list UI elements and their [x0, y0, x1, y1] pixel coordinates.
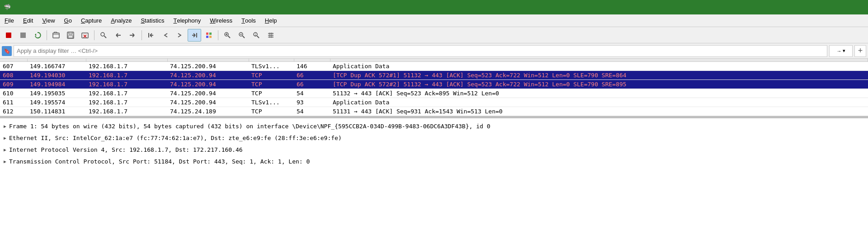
cell-time: 149.166747 — [27, 62, 86, 71]
cell-length: 66 — [294, 80, 330, 89]
menu-item-edit[interactable]: Edit — [19, 14, 38, 27]
toolbar-separator-3 — [142, 30, 142, 40]
cell-time: 149.194030 — [27, 71, 86, 80]
go-back-button[interactable] — [111, 29, 125, 42]
column-config-button[interactable] — [264, 29, 278, 42]
svg-rect-5 — [69, 32, 72, 34]
go-forward-button[interactable] — [126, 29, 139, 42]
cell-time: 150.114831 — [27, 107, 86, 116]
svg-line-23 — [243, 36, 245, 38]
col-source — [86, 59, 167, 62]
col-no — [0, 59, 27, 62]
detail-line[interactable]: ▶Internet Protocol Version 4, Src: 192.1… — [4, 144, 864, 155]
cell-info: 51131 → 443 [ACK] Seq=931 Ack=1543 Win=5… — [330, 107, 868, 116]
menu-item-statistics[interactable]: Statistics — [136, 14, 169, 27]
cell-no: 611 — [0, 98, 27, 107]
table-row[interactable]: 608149.194030192.168.1.774.125.200.94TCP… — [0, 71, 868, 80]
close-file-button[interactable] — [78, 29, 92, 42]
cell-info: 51132 → 443 [ACK] Seq=523 Ack=895 Win=51… — [330, 89, 868, 98]
cell-source: 192.168.1.7 — [86, 80, 167, 89]
svg-rect-16 — [206, 36, 208, 38]
col-destination — [167, 59, 249, 62]
main-area: 607149.166747192.168.1.774.125.200.94TLS… — [0, 59, 868, 229]
table-row[interactable]: 607149.166747192.168.1.774.125.200.94TLS… — [0, 62, 868, 71]
menu-item-capture[interactable]: Capture — [76, 14, 106, 27]
filter-apply-button[interactable]: → ▾ — [829, 45, 853, 57]
cell-source: 192.168.1.7 — [86, 71, 167, 80]
expand-arrow-icon: ▶ — [4, 136, 6, 140]
svg-rect-0 — [6, 33, 11, 38]
expand-arrow-icon: ▶ — [4, 124, 6, 129]
display-filter-input[interactable] — [14, 45, 827, 57]
menu-item-telephony[interactable]: Telephony — [169, 14, 205, 27]
find-packet-button[interactable] — [97, 29, 110, 42]
zoom-out-button[interactable] — [235, 29, 249, 42]
add-filter-button[interactable]: + — [854, 45, 866, 57]
menu-item-tools[interactable]: Tools — [237, 14, 260, 27]
table-row[interactable]: 612150.114831192.168.1.774.125.24.189TCP… — [0, 107, 868, 116]
table-row[interactable]: 609149.194984192.168.1.774.125.200.94TCP… — [0, 80, 868, 89]
cell-time: 149.195574 — [27, 98, 86, 107]
menu-item-go[interactable]: Go — [60, 14, 76, 27]
detail-line-text: Ethernet II, Src: IntelCor_62:1a:e7 (fc:… — [9, 135, 342, 141]
cell-length: 146 — [294, 62, 330, 71]
svg-rect-17 — [209, 36, 212, 38]
detail-line[interactable]: ▶Transmission Control Protocol, Src Port… — [4, 155, 864, 167]
stop-capture-button[interactable] — [16, 29, 30, 42]
cell-info: [TCP Dup ACK 572#2] 51132 → 443 [ACK] Se… — [330, 80, 868, 89]
packet-list[interactable]: 607149.166747192.168.1.774.125.200.94TLS… — [0, 59, 868, 116]
restart-capture-button[interactable] — [31, 29, 44, 42]
svg-rect-3 — [53, 33, 59, 38]
save-file-button[interactable] — [64, 29, 77, 42]
detail-line[interactable]: ▶Frame 1: 54 bytes on wire (432 bits), 5… — [4, 120, 864, 132]
colorize-button[interactable] — [202, 29, 216, 42]
svg-marker-2 — [35, 33, 36, 36]
zoom-in-button[interactable] — [221, 29, 234, 42]
svg-line-19 — [228, 36, 231, 38]
col-protocol — [249, 59, 294, 62]
table-row[interactable]: 611149.195574192.168.1.774.125.200.94TLS… — [0, 98, 868, 107]
filter-bookmark-button[interactable]: 🔖 — [2, 46, 12, 56]
start-capture-button[interactable] — [2, 29, 15, 42]
cell-protocol: TCP — [249, 89, 294, 98]
detail-line[interactable]: ▶Ethernet II, Src: IntelCor_62:1a:e7 (fc… — [4, 132, 864, 144]
go-prev-button[interactable] — [159, 29, 172, 42]
table-row[interactable]: 610149.195035192.168.1.774.125.200.94TCP… — [0, 89, 868, 98]
cell-info: Application Data — [330, 62, 868, 71]
menu-item-wireless[interactable]: Wireless — [205, 14, 237, 27]
minimize-button[interactable] — [802, 0, 823, 14]
cell-length: 93 — [294, 98, 330, 107]
toolbar-separator-4 — [218, 30, 218, 40]
maximize-button[interactable] — [823, 0, 844, 14]
svg-rect-6 — [68, 36, 73, 38]
cell-source: 192.168.1.7 — [86, 89, 167, 98]
detail-line-text: Internet Protocol Version 4, Src: 192.16… — [9, 146, 243, 153]
cell-destination: 74.125.200.94 — [167, 89, 249, 98]
col-info — [330, 59, 868, 62]
cell-destination: 74.125.200.94 — [167, 71, 249, 80]
cell-time: 149.194984 — [27, 80, 86, 89]
filter-bar: 🔖 → ▾ + — [0, 43, 868, 59]
cell-source: 192.168.1.7 — [86, 107, 167, 116]
menu-item-help[interactable]: Help — [260, 14, 282, 27]
menu-item-file[interactable]: File — [0, 14, 19, 27]
detail-pane: ▶Frame 1: 54 bytes on wire (432 bits), 5… — [0, 118, 868, 229]
detail-line-text: Frame 1: 54 bytes on wire (432 bits), 54… — [9, 123, 490, 130]
svg-text:1: 1 — [255, 33, 256, 36]
menu-item-view[interactable]: View — [38, 14, 59, 27]
zoom-reset-button[interactable]: 1 — [250, 29, 263, 42]
cell-length: 54 — [294, 107, 330, 116]
open-file-button[interactable] — [49, 29, 63, 42]
close-button[interactable] — [844, 0, 864, 14]
toolbar-separator-2 — [94, 30, 94, 40]
filter-dropdown-icon: ▾ — [843, 48, 845, 54]
cell-source: 192.168.1.7 — [86, 98, 167, 107]
go-last-button[interactable] — [188, 29, 201, 42]
go-first-button[interactable] — [144, 29, 158, 42]
go-next-button[interactable] — [173, 29, 187, 42]
cell-info: [TCP Dup ACK 572#1] 51132 → 443 [ACK] Se… — [330, 71, 868, 80]
svg-line-11 — [104, 36, 107, 38]
cell-destination: 74.125.24.189 — [167, 107, 249, 116]
col-time — [27, 59, 86, 62]
menu-item-analyze[interactable]: Analyze — [106, 14, 136, 27]
